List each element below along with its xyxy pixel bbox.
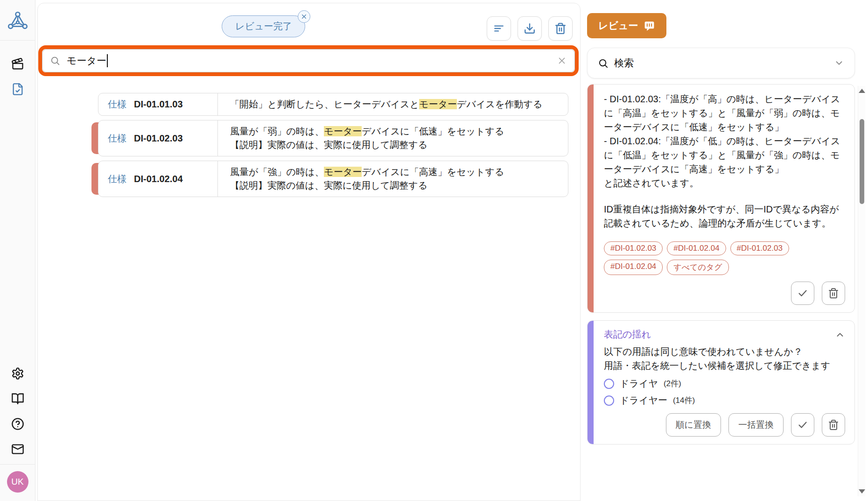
tag-chip[interactable]: #DI-01.02.04: [604, 260, 663, 275]
filter-icon: [493, 22, 505, 35]
chip-close-icon[interactable]: [298, 10, 310, 23]
fluctuation-card-title: 表記の揺れ: [604, 328, 651, 341]
row-type-badge: 仕様: [108, 173, 126, 185]
issue-text-line: ID重複自体は指摘対象外ですが、同一IDで異なる内容が記載されているため、論理的…: [604, 202, 845, 230]
row-text: 「開始」と判断したら、ヒーターデバイスとモーターデバイスを作動する: [217, 93, 552, 115]
issue-text-line: - DI-01.02.04:「温度が「低」の時は、ヒーターデバイスに「低温」をセ…: [604, 134, 845, 176]
tag-chip[interactable]: #DI-01.02.03: [604, 241, 663, 255]
result-row-wrap: 仕様 DI-01.02.03 風量が「弱」の時は、モーターデバイスに「低速」をセ…: [98, 120, 568, 156]
download-button[interactable]: [518, 16, 542, 41]
scrollbar-thumb[interactable]: [860, 119, 864, 204]
search-clear-icon[interactable]: [557, 56, 567, 66]
issue-text-line: と記述されています。: [604, 176, 845, 190]
panel-search-label: 検索: [614, 56, 634, 70]
scroll-down-arrow-icon[interactable]: [859, 489, 865, 494]
filter-chip-label: レビュー完了: [235, 21, 292, 31]
approve-button[interactable]: [791, 282, 814, 305]
review-button[interactable]: レビュー: [587, 13, 666, 38]
document-check-icon[interactable]: [11, 83, 24, 96]
check-icon: [797, 288, 808, 299]
approve-button[interactable]: [791, 413, 814, 437]
row-description: 【説明】実際の値は、実際に使用して調整する: [230, 179, 504, 192]
comment-icon: [644, 20, 655, 32]
main-header: レビュー完了: [38, 3, 580, 45]
tag-chip[interactable]: #DI-01.02.03: [730, 241, 789, 255]
radio-icon[interactable]: [604, 379, 614, 389]
user-avatar[interactable]: UK: [7, 471, 28, 493]
term-count: (14件): [673, 395, 695, 406]
result-row-wrap: 仕様 DI-01.01.03 「開始」と判断したら、ヒーターデバイスとモーターデ…: [98, 93, 568, 116]
scroll-up-arrow-icon[interactable]: [859, 89, 865, 93]
panel-scrollbar[interactable]: [858, 86, 865, 496]
text-caret: [107, 54, 108, 67]
row-type-badge: 仕様: [108, 132, 126, 145]
tag-chip[interactable]: すべてのタグ: [667, 260, 728, 275]
search-input[interactable]: モーター: [42, 49, 575, 72]
row-id: DI-01.02.04: [134, 174, 183, 184]
mail-icon[interactable]: [11, 443, 24, 456]
issue-tags: #DI-01.02.03 #DI-01.02.04 #DI-01.02.03 #…: [604, 241, 845, 275]
row-type-badge: 仕様: [108, 98, 126, 111]
review-complete-filter-chip[interactable]: レビュー完了: [222, 15, 305, 37]
search-input-value: モーター: [67, 54, 106, 67]
fluctuation-description: 用語・表記を統一したい候補を選択して修正できます: [604, 359, 845, 373]
app-logo-network-icon: [7, 10, 28, 34]
app-window: UK レビュー完了: [0, 0, 868, 501]
search-icon: [50, 56, 60, 66]
search-icon: [598, 58, 609, 69]
term-option[interactable]: ドライヤー (14件): [604, 394, 845, 407]
trash-icon: [828, 288, 839, 299]
avatar-initials: UK: [11, 477, 23, 487]
row-text: 風量が「弱」の時は、モーターデバイスに「低速」をセットする 【説明】実際の値は、…: [217, 120, 514, 156]
fluctuation-description: 以下の用語は同じ意味で使われていませんか？: [604, 345, 845, 359]
trash-icon: [828, 419, 839, 430]
term-options: ドライヤ (2件) ドライヤー (14件): [604, 377, 845, 407]
dismiss-button[interactable]: [822, 282, 845, 305]
result-list: 仕様 DI-01.01.03 「開始」と判断したら、ヒーターデバイスとモーターデ…: [98, 93, 568, 197]
issue-severity-stripe: [588, 85, 594, 312]
table-row[interactable]: 仕様 DI-01.02.04 風量が「強」の時は、モーターデバイスに「高速」をセ…: [98, 161, 568, 197]
settings-gear-icon[interactable]: [11, 367, 24, 380]
term-count: (2件): [664, 378, 681, 389]
filter-button[interactable]: [487, 16, 511, 41]
search-highlight: モーター: [324, 167, 362, 177]
check-icon: [797, 419, 808, 430]
notation-fluctuation-card: 表記の揺れ 以下の用語は同じ意味で使われていませんか？ 用語・表記を統一したい候…: [587, 320, 855, 445]
term-option[interactable]: ドライヤ (2件): [604, 377, 845, 390]
row-id: DI-01.02.03: [134, 133, 183, 144]
fluctuation-severity-stripe: [588, 321, 594, 444]
clapperboard-icon[interactable]: [11, 57, 24, 71]
download-icon: [524, 22, 536, 35]
replace-all-button[interactable]: 一括置換: [728, 413, 784, 437]
sidebar: UK: [0, 0, 35, 501]
delete-button[interactable]: [548, 16, 573, 41]
book-icon[interactable]: [11, 392, 24, 405]
radio-icon[interactable]: [604, 395, 614, 406]
table-row[interactable]: 仕様 DI-01.02.03 風量が「弱」の時は、モーターデバイスに「低速」をセ…: [98, 120, 568, 156]
tag-chip[interactable]: #DI-01.02.04: [667, 241, 726, 255]
row-text: 風量が「強」の時は、モーターデバイスに「高速」をセットする 【説明】実際の値は、…: [217, 161, 514, 197]
review-issue-card: - DI-01.02.03:「温度が「高」の時は、ヒーターデバイスに「高温」をセ…: [587, 84, 855, 313]
help-icon[interactable]: [11, 417, 24, 430]
table-row[interactable]: 仕様 DI-01.01.03 「開始」と判断したら、ヒーターデバイスとモーターデ…: [98, 93, 568, 116]
chevron-down-icon[interactable]: [834, 58, 844, 68]
search-highlight: モーター: [419, 99, 457, 109]
sidebar-divider-top: [0, 40, 35, 41]
dismiss-button[interactable]: [822, 413, 845, 437]
replace-sequential-button[interactable]: 順に置換: [666, 413, 721, 437]
issue-text-line: - DI-01.02.03:「温度が「高」の時は、ヒーターデバイスに「高温」をセ…: [604, 92, 845, 134]
trash-icon: [554, 22, 567, 35]
row-id: DI-01.01.03: [134, 99, 183, 110]
row-description: 【説明】実際の値は、実際に使用して調整する: [230, 138, 504, 152]
main-content: レビュー完了: [37, 3, 581, 501]
panel-search-dropdown[interactable]: 検索: [587, 48, 855, 78]
search-highlight: モーター: [324, 126, 362, 136]
review-panel: レビュー 検索 - DI-01.02.03:「温度が「高」の時は、ヒーターデバイ: [581, 0, 868, 501]
review-button-label: レビュー: [598, 19, 638, 32]
sidebar-divider-bottom: [0, 464, 35, 465]
chevron-up-icon[interactable]: [835, 330, 845, 340]
search-bar-highlight: モーター: [38, 45, 579, 76]
result-row-wrap: 仕様 DI-01.02.04 風量が「強」の時は、モーターデバイスに「高速」をセ…: [98, 161, 568, 197]
